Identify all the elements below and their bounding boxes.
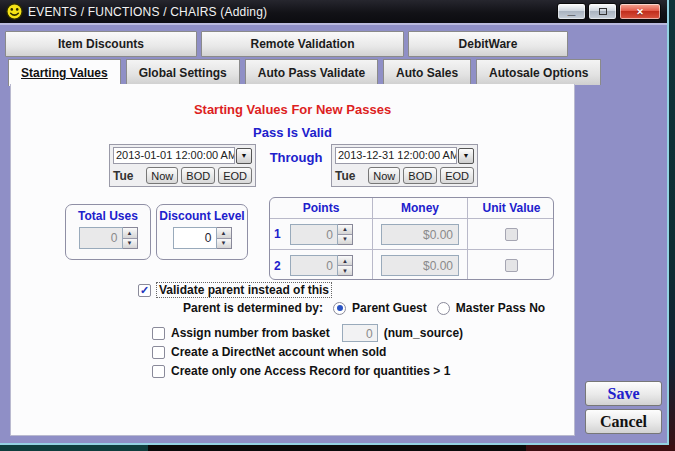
tab-global-settings[interactable]: Global Settings <box>126 59 240 85</box>
row-number: 2 <box>274 259 290 273</box>
valid-to-now-button[interactable]: Now <box>368 167 400 184</box>
parent-guest-radio[interactable] <box>333 302 346 315</box>
close-button[interactable]: ✕ <box>619 3 661 20</box>
discount-level-label: Discount Level <box>157 209 247 223</box>
button-label: Now <box>151 170 173 182</box>
num-source-suffix: (num_source) <box>384 326 463 340</box>
button-label: EOD <box>445 170 469 182</box>
spin-down-icon[interactable]: ▼ <box>338 235 352 244</box>
total-uses-label: Total Uses <box>66 209 150 223</box>
parent-guest-label[interactable]: Parent Guest <box>352 301 427 315</box>
screen-edge-bottom <box>0 445 675 451</box>
screen-edge-right <box>668 0 675 451</box>
discount-level-field[interactable]: 0 <box>173 227 217 249</box>
radio-dot <box>337 305 343 311</box>
maximize-icon <box>599 8 607 15</box>
total-uses-field: 0 <box>79 227 123 249</box>
spin-up-icon[interactable]: ▲ <box>338 225 352 235</box>
minimize-icon: — <box>568 10 576 19</box>
valid-from-bod-button[interactable]: BOD <box>181 167 215 184</box>
spin-up-icon[interactable]: ▲ <box>123 228 137 239</box>
one-access-label[interactable]: Create only one Access Record for quanti… <box>171 364 450 378</box>
one-access-checkbox[interactable] <box>152 365 165 378</box>
valid-from-datetime-field[interactable]: 2013-01-01 12:00:00 AM <box>113 147 235 164</box>
assign-number-label[interactable]: Assign number from basket <box>171 326 330 340</box>
validate-parent-label[interactable]: Validate parent instead of this <box>157 283 331 297</box>
directnet-checkbox[interactable] <box>152 346 165 359</box>
tab-auto-sales[interactable]: Auto Sales <box>383 59 471 85</box>
cancel-button[interactable]: Cancel <box>585 409 662 434</box>
valid-from-weekday: Tue <box>113 169 143 183</box>
valid-to-eod-button[interactable]: EOD <box>440 167 474 184</box>
button-label: Now <box>373 170 395 182</box>
tab-auto-pass-validate[interactable]: Auto Pass Validate <box>245 59 378 85</box>
tab-autosale-options[interactable]: Autosale Options <box>476 59 601 85</box>
total-uses-group: Total Uses 0 ▲▼ <box>65 204 151 260</box>
tab-row: Starting Values Global Settings Auto Pas… <box>8 59 601 86</box>
points-field: 0 <box>290 224 338 245</box>
unit-value-header: Unit Value <box>468 198 554 219</box>
tab-label: Starting Values <box>21 66 108 80</box>
spin-down-icon[interactable]: ▼ <box>338 266 352 275</box>
tab-label: Remote Validation <box>250 37 354 51</box>
minimize-button[interactable]: — <box>557 3 586 20</box>
valid-from-panel: 2013-01-01 12:00:00 AM ▼ Tue Now BOD EOD <box>109 144 256 187</box>
master-pass-radio[interactable] <box>437 302 450 315</box>
button-label: BOD <box>186 170 210 182</box>
button-label: EOD <box>223 170 247 182</box>
points-field: 0 <box>290 255 338 276</box>
valid-to-dropdown-button[interactable]: ▼ <box>458 148 474 164</box>
top-tab-row: Item Discounts Remote Validation DebitWa… <box>5 31 568 57</box>
maximize-button[interactable] <box>588 3 617 20</box>
points-header: Points <box>270 198 373 219</box>
valid-from-dropdown-button[interactable]: ▼ <box>236 148 252 164</box>
parent-determined-row: Parent is determined by: Parent Guest Ma… <box>183 301 545 315</box>
tab-remote-validation[interactable]: Remote Validation <box>201 31 404 57</box>
validate-parent-checkbox[interactable]: ✓ <box>138 284 151 297</box>
cancel-label: Cancel <box>600 413 647 431</box>
section-heading: Starting Values For New Passes <box>11 102 574 117</box>
table-row-1-points: 1 0 ▲▼ <box>270 219 373 250</box>
button-label: BOD <box>408 170 432 182</box>
valid-to-datetime-field[interactable]: 2013-12-31 12:00:00 AM <box>335 147 457 164</box>
master-pass-label[interactable]: Master Pass No <box>456 301 545 315</box>
spin-up-icon[interactable]: ▲ <box>217 228 231 239</box>
unit-value-checkbox <box>505 228 518 241</box>
tab-item-discounts[interactable]: Item Discounts <box>5 31 197 57</box>
unit-value-checkbox <box>505 259 518 272</box>
table-row-1-unit-value <box>468 219 554 250</box>
tab-label: Auto Sales <box>396 66 458 80</box>
assign-number-row: Assign number from basket 0 (num_source) <box>152 324 463 342</box>
spin-down-icon[interactable]: ▼ <box>217 239 231 249</box>
directnet-row: Create a DirectNet account when sold <box>152 345 386 359</box>
money-field: $0.00 <box>381 224 459 245</box>
pass-valid-heading: Pass Is Valid <box>11 125 574 140</box>
tab-starting-values[interactable]: Starting Values <box>8 59 121 86</box>
tab-content-panel: Starting Values For New Passes Pass Is V… <box>10 84 575 436</box>
valid-from-combo: 2013-01-01 12:00:00 AM ▼ <box>113 147 252 164</box>
tab-label: Global Settings <box>139 66 227 80</box>
title-bar: EVENTS / FUNCTIONS / CHAIRS (Adding) — ✕ <box>0 0 667 25</box>
table-row-2-points: 2 0 ▲▼ <box>270 250 373 280</box>
table-row-2-unit-value <box>468 250 554 280</box>
table-row-1-money: $0.00 <box>373 219 468 250</box>
save-button[interactable]: Save <box>585 381 662 406</box>
money-header: Money <box>373 198 468 219</box>
valid-from-eod-button[interactable]: EOD <box>218 167 252 184</box>
spin-down-icon[interactable]: ▼ <box>123 239 137 249</box>
one-access-row: Create only one Access Record for quanti… <box>152 364 450 378</box>
assign-number-checkbox[interactable] <box>152 327 165 340</box>
valid-to-panel: 2013-12-31 12:00:00 AM ▼ Tue Now BOD EOD <box>331 144 478 187</box>
money-field: $0.00 <box>381 255 459 276</box>
valid-to-combo: 2013-12-31 12:00:00 AM ▼ <box>335 147 474 164</box>
directnet-label[interactable]: Create a DirectNet account when sold <box>171 345 386 359</box>
discount-level-group: Discount Level 0 ▲▼ <box>156 204 248 260</box>
spin-up-icon[interactable]: ▲ <box>338 256 352 266</box>
total-uses-spinner: 0 ▲▼ <box>79 227 138 249</box>
valid-to-bod-button[interactable]: BOD <box>403 167 437 184</box>
tab-label: Autosale Options <box>489 66 588 80</box>
discount-level-spinner: 0 ▲▼ <box>173 227 232 249</box>
tab-debitware[interactable]: DebitWare <box>408 31 568 57</box>
valid-from-now-button[interactable]: Now <box>146 167 178 184</box>
smiley-icon <box>6 3 23 20</box>
